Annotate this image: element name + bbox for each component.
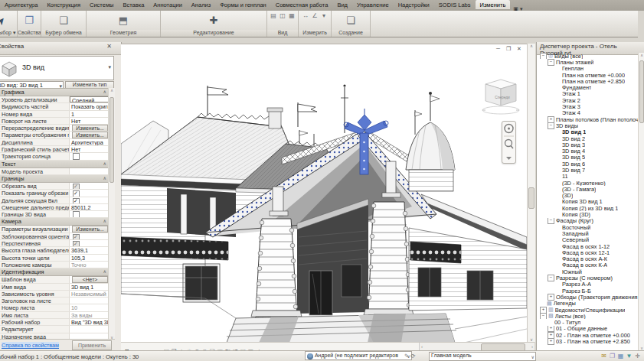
tree-item[interactable]: Копия (3D) bbox=[537, 211, 639, 217]
view-window-controls[interactable]: ─ ❐ ✕ bbox=[496, 46, 524, 52]
expand-icon[interactable]: + bbox=[548, 338, 554, 344]
ribbon-tab-Архитектура[interactable]: Архитектура bbox=[0, 0, 42, 9]
close-icon[interactable]: ✕ bbox=[106, 43, 112, 50]
tree-item-label[interactable]: Фундамент bbox=[562, 84, 591, 90]
tree-item[interactable]: Этаж 4 bbox=[537, 110, 639, 116]
ribbon-panel-label[interactable]: Свойства bbox=[18, 30, 41, 37]
property-section-Идентификация[interactable]: Идентификация∧ bbox=[0, 268, 109, 276]
tree-item[interactable]: Фасад в осях А-К bbox=[537, 256, 639, 262]
tree-item[interactable]: +01 - Общие данные bbox=[537, 326, 639, 332]
checkbox[interactable] bbox=[73, 211, 80, 217]
navigation-bar[interactable] bbox=[502, 121, 516, 164]
3d-model-drawing[interactable] bbox=[121, 44, 527, 343]
tree-item-label[interactable]: 3D вид 1 bbox=[562, 129, 586, 135]
expand-icon[interactable]: + bbox=[548, 332, 554, 338]
properties-scrollbar[interactable]: ∧ ∨ bbox=[108, 88, 115, 340]
property-value[interactable]: Архитектура bbox=[70, 139, 109, 145]
tree-item-label[interactable]: Генплан bbox=[562, 66, 584, 72]
viewcube[interactable]: Спереди bbox=[478, 73, 524, 118]
tree-item[interactable]: +Обходы (Траектория движения камеры) bbox=[537, 294, 639, 300]
property-value[interactable]: Изменить... bbox=[70, 125, 109, 131]
tree-item-label[interactable]: 3D вид 7 bbox=[562, 167, 585, 173]
cope-icon[interactable]: ⬒ bbox=[87, 11, 159, 28]
tree-item[interactable]: 3D вид 5 bbox=[537, 154, 639, 161]
editing-requests-icon[interactable]: ✉ bbox=[600, 353, 608, 359]
property-section-Текст[interactable]: Текст∧ bbox=[0, 161, 109, 168]
tree-item-label[interactable]: 00 - Титул bbox=[554, 319, 580, 325]
property-value[interactable] bbox=[70, 183, 109, 189]
tree-item-label[interactable]: 3D вид 3 bbox=[562, 141, 585, 148]
tree-item-label[interactable]: Разрез Б-Б bbox=[562, 288, 591, 294]
property-value[interactable]: Показать оригинал bbox=[70, 103, 109, 109]
tree-item[interactable]: Разрез А-А bbox=[537, 281, 639, 288]
tree-item-label[interactable]: Южный bbox=[562, 268, 582, 275]
tree-item[interactable]: Западный bbox=[537, 230, 639, 236]
property-value[interactable]: 85011,2 bbox=[70, 204, 109, 210]
properties-help-link[interactable]: Справка по свойствам bbox=[2, 342, 59, 349]
ribbon-tab-Формы и генплан[interactable]: Формы и генплан bbox=[215, 0, 271, 9]
property-value[interactable] bbox=[70, 326, 109, 332]
tree-item-label[interactable]: Копия (3D) bbox=[562, 211, 590, 217]
property-value[interactable]: 1 bbox=[70, 111, 109, 117]
ribbon-panel-label[interactable]: Геометрия bbox=[87, 30, 160, 37]
ribbon-panel-label[interactable]: Редактирование bbox=[161, 30, 266, 37]
property-value[interactable] bbox=[70, 153, 109, 159]
tree-item-label[interactable]: Разрез А-А bbox=[562, 281, 591, 288]
worksets-icon[interactable]: ❐ bbox=[608, 353, 616, 359]
property-value[interactable]: 3D вид 1 bbox=[70, 284, 109, 290]
tree-item[interactable]: Генплан bbox=[537, 66, 639, 72]
tree-item-label[interactable]: 3D вид 6 bbox=[562, 161, 585, 167]
scroll-left-icon[interactable]: ‹ bbox=[421, 344, 423, 349]
tree-item[interactable]: +03 - План на отметке +2.850 bbox=[537, 338, 639, 344]
tree-item[interactable]: План на отметке +0.000 bbox=[537, 72, 639, 78]
tree-item-label[interactable]: Листы (все) bbox=[555, 313, 586, 319]
active-workset-dropdown[interactable]: Андрей (не подлежит редактиров ∨ bbox=[305, 351, 412, 360]
tree-item-label[interactable]: 11 bbox=[562, 174, 568, 180]
property-value[interactable]: 105,3 bbox=[70, 255, 109, 261]
tree-item[interactable]: Восточный bbox=[537, 224, 639, 230]
tree-item[interactable]: −Разрезы (С номером) bbox=[537, 275, 639, 281]
tree-item-label[interactable]: Фасад в осях А-К bbox=[562, 256, 607, 262]
property-edit-button[interactable]: Изменить... bbox=[72, 226, 108, 232]
tree-item-label[interactable]: 3D виды bbox=[556, 122, 578, 128]
tree-item-label[interactable]: Западный bbox=[562, 230, 589, 236]
ribbon-tab-Аннотации[interactable]: Аннотации bbox=[149, 0, 187, 9]
selection-filter-icon[interactable]: ▼ bbox=[625, 353, 633, 359]
tree-item-label[interactable]: Планы потолков (План потолочного покрыти… bbox=[556, 116, 639, 122]
property-value[interactable] bbox=[70, 240, 109, 246]
tree-item-label[interactable]: Фасады (Круг) bbox=[556, 218, 593, 224]
tree-item-label[interactable]: План на отметке +0.000 bbox=[562, 72, 625, 78]
ribbon-panel-label[interactable]: Выбор ▾ bbox=[0, 30, 17, 37]
zoom-icon[interactable] bbox=[505, 140, 514, 149]
ribbon-tab-Надстройки[interactable]: Надстройки bbox=[394, 0, 434, 9]
property-section-Камера[interactable]: Камера∧ bbox=[0, 218, 109, 226]
collapse-icon[interactable]: − bbox=[548, 218, 554, 224]
angle-measure-icon[interactable]: ∠ bbox=[311, 11, 319, 19]
tree-item-label[interactable]: Копия (2) из 3D вид 1 bbox=[562, 205, 618, 211]
tree-item-label[interactable]: План на отметке +2.850 bbox=[562, 78, 625, 84]
tree-item[interactable]: Южный bbox=[537, 268, 639, 275]
collapse-icon[interactable]: − bbox=[548, 122, 554, 128]
expand-icon[interactable]: + bbox=[548, 294, 554, 300]
tree-item[interactable]: 11 bbox=[537, 174, 639, 180]
expand-icon[interactable]: + bbox=[548, 116, 554, 122]
property-value[interactable]: 3639,1 bbox=[70, 247, 109, 253]
tree-item[interactable]: −Планы этажей bbox=[537, 59, 639, 65]
collapse-icon[interactable]: − bbox=[540, 53, 547, 59]
tree-item-label[interactable]: Легенды bbox=[554, 301, 576, 307]
tree-item[interactable]: (3D - Кузютенко) bbox=[537, 180, 639, 186]
ribbon-tab-options-icon[interactable]: ▣ ▾ bbox=[510, 5, 525, 11]
checkbox[interactable] bbox=[73, 184, 80, 189]
tree-item[interactable]: −3D виды bbox=[537, 122, 639, 128]
property-value[interactable]: Нет bbox=[70, 146, 109, 152]
ribbon-panel-label[interactable]: Создание bbox=[332, 30, 370, 37]
tree-item[interactable]: 3D вид 4 bbox=[537, 148, 639, 154]
ribbon-tab-Совместная работа[interactable]: Совместная работа bbox=[271, 0, 333, 9]
navbar-expand-icon[interactable] bbox=[506, 157, 512, 160]
tree-item[interactable]: Фасад в осях 12-1 bbox=[537, 249, 639, 255]
tree-item[interactable]: Фасад в осях К-А bbox=[537, 262, 639, 268]
checkbox[interactable] bbox=[73, 198, 80, 203]
property-value[interactable]: Средний bbox=[70, 96, 109, 102]
tree-item-label[interactable]: Планы этажей bbox=[556, 59, 593, 65]
property-edit-button[interactable]: Изменить... bbox=[72, 132, 108, 138]
